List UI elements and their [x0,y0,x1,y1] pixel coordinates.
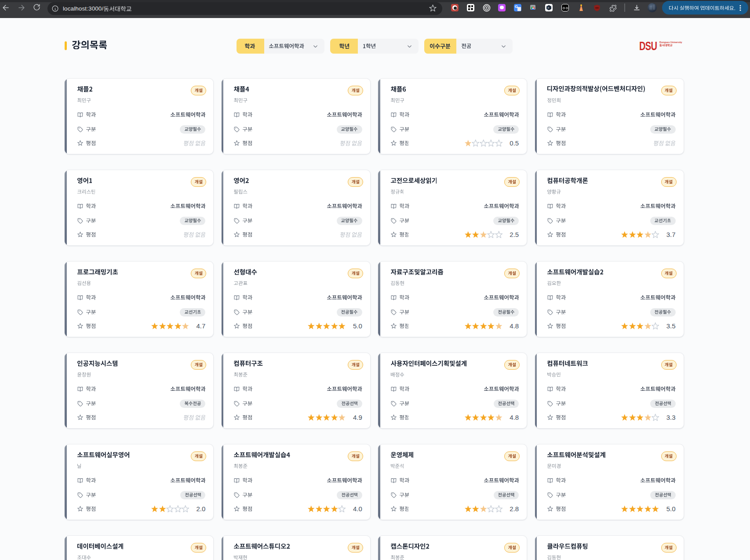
svg-text:>: > [547,6,549,10]
